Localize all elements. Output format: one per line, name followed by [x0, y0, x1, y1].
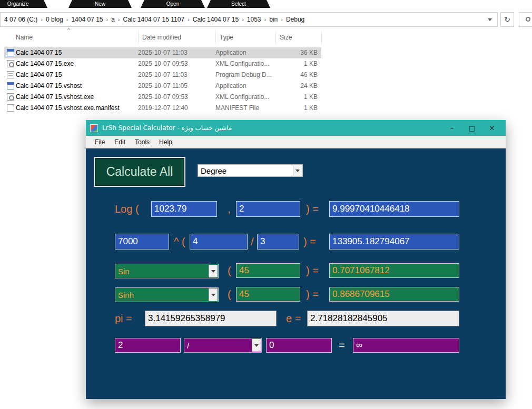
custom-operand-a-input[interactable]: [115, 338, 181, 353]
hyper-function-value: Sinh: [118, 291, 134, 300]
file-row[interactable]: Calc 1404 07 15 2025-10-07 11:03 Program…: [4, 69, 321, 81]
trig-function-value: Sin: [118, 267, 130, 276]
file-size: 24 KB: [275, 81, 318, 92]
ribbon-tab-select[interactable]: Select: [207, 0, 270, 8]
breadcrumb-item[interactable]: a: [109, 16, 117, 23]
desktop-screen: Organize New Open Select 4 07 06 (C:) › …: [0, 0, 532, 409]
column-header-modified[interactable]: Date modified: [142, 31, 181, 44]
angle-mode-select[interactable]: Degree: [198, 164, 303, 177]
breadcrumb-item[interactable]: 1404 07 15: [69, 16, 105, 23]
ribbon-tab-organize[interactable]: Organize: [0, 0, 47, 8]
ribbon-tab-open[interactable]: Open: [141, 0, 205, 8]
column-divider: [275, 31, 276, 44]
file-list-header: Name Date modified Type Size: [4, 31, 321, 44]
breadcrumb-separator-icon: ›: [263, 16, 268, 23]
custom-operand-b-input[interactable]: [266, 338, 332, 353]
hyper-result-output[interactable]: [329, 287, 459, 302]
breadcrumb-separator-icon: ›: [117, 16, 121, 23]
refresh-button[interactable]: ↻: [500, 12, 514, 27]
refresh-icon: ↻: [504, 15, 510, 24]
menu-edit[interactable]: Edit: [110, 138, 130, 146]
file-type: MANIFEST File: [215, 103, 259, 114]
file-name: Calc 1404 07 15: [16, 47, 62, 58]
close-button[interactable]: ✕: [482, 120, 502, 136]
e-value-output[interactable]: [307, 311, 459, 326]
column-divider: [321, 31, 322, 44]
chevron-down-icon: [293, 165, 302, 176]
config-file-icon: [7, 93, 14, 101]
app-icon: [90, 124, 98, 132]
file-size: 46 KB: [275, 69, 318, 81]
hyper-arg-input[interactable]: [236, 287, 300, 302]
log-base-input[interactable]: [151, 201, 217, 217]
hyper-function-select[interactable]: Sinh: [115, 287, 219, 302]
hyper-open-label: (: [228, 287, 231, 302]
column-header-name[interactable]: Name: [16, 31, 33, 44]
power-base-input[interactable]: [115, 234, 169, 250]
column-divider: [215, 31, 216, 44]
file-type: XML Configuratio...: [215, 58, 269, 69]
power-exp-num-input[interactable]: [190, 234, 248, 250]
manifest-file-icon: [7, 104, 14, 112]
log-result-output[interactable]: [329, 201, 459, 217]
menu-help[interactable]: Help: [154, 138, 177, 146]
maximize-button[interactable]: □: [462, 120, 482, 136]
pi-label: pi =: [115, 311, 132, 326]
menu-tools[interactable]: Tools: [130, 138, 154, 146]
custom-result-output[interactable]: [353, 338, 459, 353]
custom-operator-select[interactable]: /: [184, 338, 262, 353]
file-modified: 2019-12-07 12:40: [138, 103, 188, 114]
breadcrumb-item[interactable]: 0 blog: [44, 16, 65, 23]
breadcrumb-item[interactable]: 4 07 06 (C:): [2, 16, 40, 23]
file-size: 36 KB: [275, 47, 318, 58]
column-header-type[interactable]: Type: [220, 31, 233, 44]
log-label: Log (: [115, 201, 139, 217]
trig-arg-input[interactable]: [236, 263, 300, 278]
breadcrumb-item[interactable]: bin: [267, 16, 280, 23]
window-title: LrSh Special Calculator - ماشين حساب ويژ…: [102, 124, 232, 132]
file-row[interactable]: Calc 1404 07 15 2025-10-07 11:03 Applica…: [4, 47, 321, 58]
file-row[interactable]: Calc 1404 07 15.exe 2025-10-07 09:53 XML…: [4, 58, 321, 69]
power-op-label: ^ (: [174, 234, 185, 250]
file-modified: 2025-10-07 11:03: [138, 47, 188, 58]
application-icon: [7, 49, 14, 56]
address-bar[interactable]: 4 07 06 (C:) › 0 blog › 1404 07 15 › a ›…: [0, 12, 498, 27]
breadcrumb-item[interactable]: 1053: [245, 16, 263, 23]
file-row[interactable]: Calc 1404 07 15.vshost.exe 2025-10-07 09…: [4, 92, 321, 103]
power-close-label: ) =: [303, 234, 316, 250]
angle-mode-value: Degree: [201, 166, 226, 175]
minimize-button[interactable]: –: [442, 120, 462, 136]
calculate-all-button[interactable]: Calculate All: [94, 157, 185, 187]
file-modified: 2025-10-07 11:03: [138, 69, 188, 81]
custom-operator-value: /: [187, 341, 189, 350]
custom-equals-label: =: [339, 338, 345, 353]
menu-bar: File Edit Tools Help: [86, 136, 506, 148]
breadcrumb-item[interactable]: Debug: [284, 16, 307, 23]
power-result-output[interactable]: [329, 234, 459, 250]
log-arg-input[interactable]: [236, 201, 300, 217]
trig-function-select[interactable]: Sin: [115, 264, 219, 278]
calculator-titlebar[interactable]: LrSh Special Calculator - ماشين حساب ويژ…: [86, 120, 506, 136]
log-comma-label: ,: [228, 201, 231, 217]
search-box[interactable]: [519, 12, 532, 27]
search-icon: [526, 17, 530, 22]
column-divider: [138, 31, 139, 44]
ribbon-tab-new[interactable]: New: [68, 0, 132, 8]
menu-file[interactable]: File: [90, 138, 110, 146]
trig-result-output[interactable]: [329, 263, 459, 278]
chevron-down-icon: [209, 265, 218, 277]
chevron-down-icon: [252, 339, 261, 352]
column-header-size[interactable]: Size: [280, 31, 292, 44]
breadcrumb-item[interactable]: Calc 1404 07 15: [191, 16, 241, 23]
file-row[interactable]: Calc 1404 07 15.vshost.exe.manifest 2019…: [4, 103, 321, 114]
address-dropdown-chevron-icon[interactable]: [488, 18, 492, 21]
file-name: Calc 1404 07 15.vshost.exe.manifest: [16, 103, 120, 114]
pi-value-output[interactable]: [145, 311, 277, 326]
file-type: Application: [215, 47, 247, 58]
e-label: e =: [286, 311, 301, 326]
breadcrumb-item[interactable]: Calc 1404 07 15 1107: [121, 16, 187, 23]
calculator-window: LrSh Special Calculator - ماشين حساب ويژ…: [86, 120, 506, 399]
power-exp-den-input[interactable]: [257, 234, 299, 250]
breadcrumb-separator-icon: ›: [105, 16, 109, 23]
file-row[interactable]: Calc 1404 07 15.vshost 2025-10-07 11:05 …: [4, 81, 321, 92]
